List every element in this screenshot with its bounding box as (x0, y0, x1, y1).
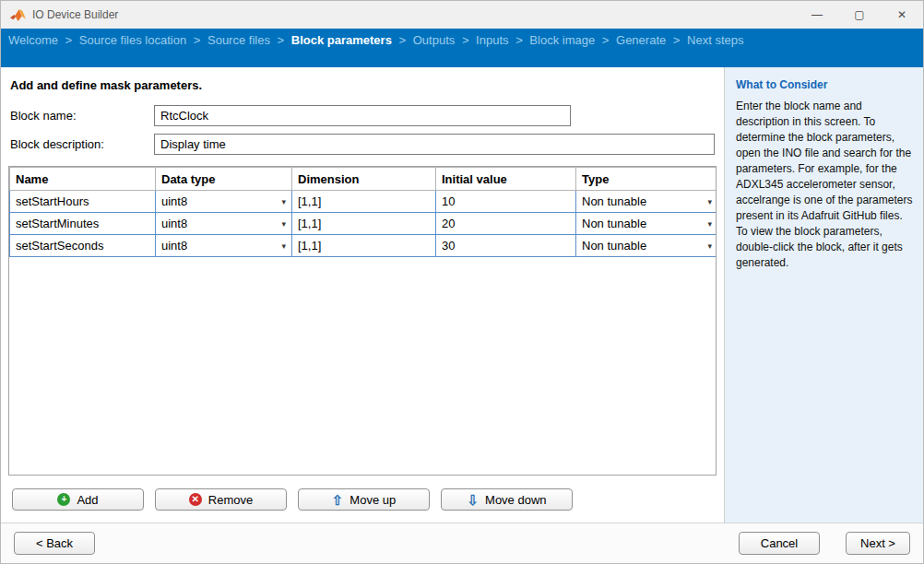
cell-initial-value[interactable]: 20 (436, 213, 576, 235)
cell-initial-value[interactable]: 10 (436, 191, 576, 213)
cell-dimension[interactable]: [1,1] (292, 235, 436, 257)
table-action-buttons: + Add ✕ Remove ⇧ Move up ⇩ Move down (8, 488, 717, 511)
cell-dimension[interactable]: [1,1] (292, 213, 436, 235)
cancel-button[interactable]: Cancel (739, 532, 820, 555)
block-name-row: Block name: (8, 105, 717, 126)
page-heading: Add and define mask parameters. (10, 78, 717, 92)
table-row: setStartMinutes uint8 ▾ [1,1] 20 (10, 213, 717, 235)
breadcrumb-item-source-files-location[interactable]: Source files location (79, 33, 186, 47)
cell-name[interactable]: setStartMinutes (10, 213, 156, 235)
cell-name[interactable]: setStartSeconds (10, 235, 156, 257)
cell-dimension[interactable]: [1,1] (292, 191, 436, 213)
column-header-type: Type (576, 168, 717, 191)
move-up-button[interactable]: ⇧ Move up (298, 488, 430, 511)
cell-data-type-value: uint8 (161, 239, 187, 253)
cell-type-dropdown[interactable]: Non tunable ▾ (576, 213, 717, 235)
breadcrumb-item-source-files[interactable]: Source files (207, 33, 270, 47)
breadcrumb-separator: > (399, 33, 407, 47)
breadcrumb-item-block-parameters[interactable]: Block parameters (291, 33, 392, 47)
window-title: IO Device Builder (32, 8, 118, 21)
back-button[interactable]: < Back (14, 532, 95, 555)
minimize-button[interactable]: — (796, 1, 838, 29)
cell-data-type-value: uint8 (161, 194, 187, 208)
chevron-down-icon: ▾ (707, 197, 712, 206)
cell-type-value: Non tunable (582, 239, 646, 253)
close-button[interactable]: ✕ (881, 1, 923, 29)
cell-type-value: Non tunable (582, 217, 646, 230)
breadcrumb-item-inputs[interactable]: Inputs (476, 33, 508, 47)
remove-button-label: Remove (208, 493, 253, 507)
column-header-dimension: Dimension (292, 168, 436, 191)
table-header-row: Name Data type Dimension Initial value T… (10, 168, 717, 191)
breadcrumb-separator: > (462, 33, 469, 47)
breadcrumb: Welcome > Source files location > Source… (1, 29, 923, 67)
window-controls: — ▢ ✕ (796, 1, 923, 29)
breadcrumb-separator: > (65, 33, 73, 47)
chevron-down-icon: ▾ (281, 241, 286, 251)
arrow-up-icon: ⇧ (332, 493, 344, 507)
help-panel-body: Enter the block name and description in … (736, 99, 914, 271)
add-button-label: Add (77, 493, 98, 507)
column-header-initial-value: Initial value (436, 168, 576, 191)
cell-data-type-value: uint8 (161, 217, 187, 230)
breadcrumb-separator: > (515, 33, 523, 47)
maximize-button[interactable]: ▢ (838, 1, 881, 29)
table-row: setStartHours uint8 ▾ [1,1] 10 (10, 191, 717, 213)
help-panel-title: What to Consider (736, 78, 914, 91)
cell-data-type-dropdown[interactable]: uint8 ▾ (156, 191, 292, 213)
remove-button[interactable]: ✕ Remove (155, 488, 287, 511)
cell-initial-value[interactable]: 30 (436, 235, 576, 257)
block-description-label: Block description: (8, 137, 154, 151)
breadcrumb-item-welcome[interactable]: Welcome (8, 33, 58, 47)
chevron-down-icon: ▾ (707, 219, 712, 229)
cell-name[interactable]: setStartHours (10, 191, 156, 213)
move-up-button-label: Move up (349, 493, 396, 507)
breadcrumb-separator: > (278, 33, 285, 47)
cell-data-type-dropdown[interactable]: uint8 ▾ (156, 235, 292, 257)
breadcrumb-item-block-image[interactable]: Block image (529, 33, 595, 47)
add-icon: + (57, 493, 70, 506)
parameters-table: Name Data type Dimension Initial value T… (9, 167, 717, 257)
footer-bar: < Back Cancel Next > (1, 523, 923, 563)
column-header-name: Name (10, 168, 156, 191)
parameters-table-container: Name Data type Dimension Initial value T… (8, 166, 717, 476)
next-button[interactable]: Next > (846, 532, 910, 555)
matlab-app-icon (10, 8, 26, 22)
cell-type-value: Non tunable (582, 194, 646, 208)
add-button[interactable]: + Add (12, 488, 144, 511)
breadcrumb-item-generate[interactable]: Generate (616, 33, 666, 47)
main-row: Add and define mask parameters. Block na… (1, 67, 923, 523)
block-description-row: Block description: (8, 134, 717, 155)
table-row: setStartSeconds uint8 ▾ [1,1] 30 (10, 235, 717, 257)
cell-type-dropdown[interactable]: Non tunable ▾ (576, 191, 717, 213)
column-header-data-type: Data type (156, 168, 292, 191)
block-description-input[interactable] (154, 134, 715, 155)
remove-icon: ✕ (189, 493, 202, 506)
chevron-down-icon: ▾ (281, 197, 286, 206)
breadcrumb-separator: > (194, 33, 201, 47)
chevron-down-icon: ▾ (707, 241, 712, 251)
io-device-builder-window: IO Device Builder — ▢ ✕ Welcome > Source… (0, 0, 924, 564)
arrow-down-icon: ⇩ (467, 493, 479, 507)
cell-type-dropdown[interactable]: Non tunable ▾ (576, 235, 717, 257)
chevron-down-icon: ▾ (281, 219, 286, 229)
breadcrumb-item-outputs[interactable]: Outputs (413, 33, 456, 47)
move-down-button-label: Move down (485, 493, 546, 507)
breadcrumb-item-next-steps[interactable]: Next steps (687, 33, 743, 47)
cell-data-type-dropdown[interactable]: uint8 ▾ (156, 213, 292, 235)
breadcrumb-separator: > (602, 33, 610, 47)
title-bar: IO Device Builder — ▢ ✕ (1, 1, 923, 29)
breadcrumb-separator: > (673, 33, 681, 47)
move-down-button[interactable]: ⇩ Move down (441, 488, 573, 511)
block-name-input[interactable] (154, 105, 571, 126)
help-panel: What to Consider Enter the block name an… (724, 67, 924, 523)
block-name-label: Block name: (8, 109, 154, 123)
main-content: Add and define mask parameters. Block na… (1, 67, 724, 523)
